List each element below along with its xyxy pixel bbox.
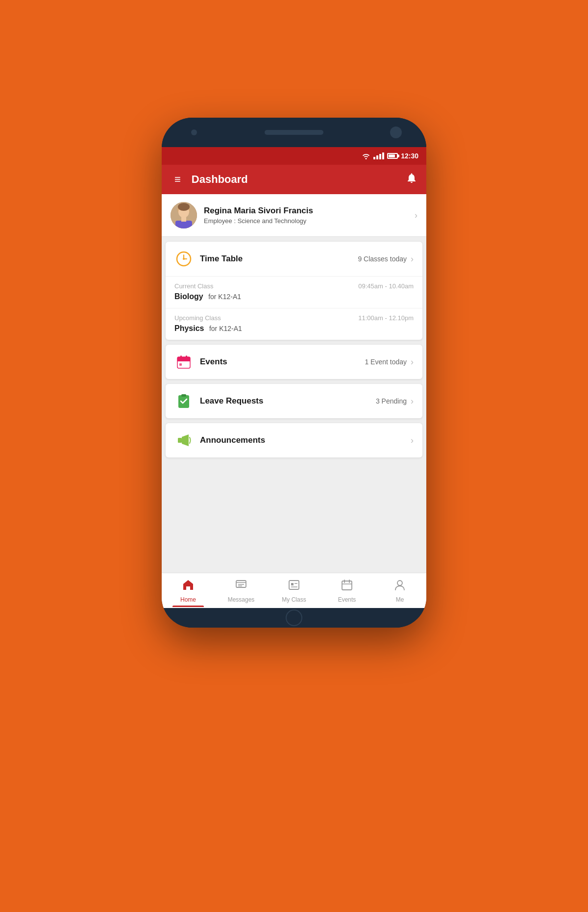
svg-rect-14: [186, 355, 187, 359]
svg-rect-5: [181, 217, 186, 222]
profile-chevron-icon: ›: [415, 210, 417, 221]
announcements-card-header[interactable]: Announcements ›: [166, 423, 422, 457]
me-icon: [393, 579, 406, 594]
upcoming-class-group: for K12-A1: [209, 325, 242, 332]
current-class-group: for K12-A1: [208, 293, 241, 301]
svg-rect-20: [236, 581, 246, 587]
current-class-header: Current Class 09:45am - 10.40am: [174, 282, 414, 290]
svg-rect-24: [289, 581, 299, 589]
status-icons: 12:30: [362, 152, 418, 160]
announcements-card[interactable]: Announcements ›: [166, 423, 422, 457]
nav-item-messages[interactable]: Messages: [215, 575, 268, 607]
announcements-chevron-icon: ›: [411, 435, 414, 446]
status-bar: 12:30: [162, 147, 426, 165]
events-card-header[interactable]: Events 1 Event today ›: [166, 345, 422, 379]
clock-icon: [174, 250, 193, 268]
avatar-image: [171, 202, 197, 228]
svg-marker-19: [182, 434, 189, 446]
phone-screen: 12:30 ≡ Dashboard: [162, 147, 426, 608]
svg-rect-18: [178, 438, 182, 443]
upcoming-class-subject: Physics: [174, 324, 204, 332]
nav-label-events: Events: [338, 596, 356, 603]
events-chevron-icon: ›: [411, 357, 414, 367]
announcements-title: Announcements: [200, 435, 407, 445]
phone-camera-left: [191, 129, 197, 135]
timetable-card-header[interactable]: Time Table 9 Classes today ›: [166, 242, 422, 276]
megaphone-icon: [174, 431, 193, 450]
myclass-icon: [288, 579, 300, 594]
nav-label-myclass: My Class: [282, 596, 306, 603]
nav-label-home: Home: [180, 596, 196, 603]
messages-icon: [235, 579, 247, 594]
app-bar-title: Dashboard: [192, 173, 406, 186]
phone-camera-right: [390, 127, 402, 138]
timetable-chevron-icon: ›: [411, 254, 414, 264]
calendar-icon: [174, 353, 193, 371]
nav-item-myclass[interactable]: My Class: [268, 575, 320, 607]
svg-rect-15: [179, 363, 182, 366]
upcoming-class-header: Upcoming Class 11:00am - 12.10pm: [174, 314, 414, 322]
app-bar: ≡ Dashboard: [162, 165, 426, 194]
upcoming-class-time: 11:00am - 12.10pm: [358, 314, 414, 322]
clipboard-check-icon: [174, 392, 193, 410]
svg-rect-17: [181, 394, 186, 397]
home-button: [286, 609, 302, 626]
current-class-label: Current Class: [174, 282, 213, 290]
menu-icon[interactable]: ≡: [171, 169, 185, 190]
upcoming-class-label: Upcoming Class: [174, 314, 221, 322]
profile-role: Employee : Science and Technology: [204, 217, 415, 225]
wifi-icon: [362, 152, 370, 159]
battery-icon: [387, 153, 398, 159]
phone-speaker: [265, 130, 323, 135]
profile-info: Regina Maria Sivori Francis Employee : S…: [204, 206, 415, 225]
svg-rect-12: [177, 359, 190, 361]
current-class-item: Current Class 09:45am - 10.40am Biology …: [166, 276, 422, 308]
svg-rect-13: [180, 355, 182, 359]
events-nav-icon: [341, 579, 353, 594]
events-card[interactable]: Events 1 Event today ›: [166, 345, 422, 379]
timetable-title: Time Table: [200, 254, 358, 264]
upcoming-class-item: Upcoming Class 11:00am - 12.10pm Physics…: [166, 308, 422, 340]
nav-item-home[interactable]: Home: [162, 575, 215, 607]
current-class-subject-row: Biology for K12-A1: [174, 292, 414, 301]
current-class-time: 09:45am - 10.40am: [358, 282, 414, 290]
leave-requests-card-header[interactable]: Leave Requests 3 Pending ›: [166, 384, 422, 418]
phone-chin: [162, 608, 426, 628]
profile-name: Regina Maria Sivori Francis: [204, 206, 415, 216]
nav-label-me: Me: [396, 596, 404, 603]
profile-avatar: [171, 202, 197, 228]
leave-requests-badge: 3 Pending: [376, 397, 407, 405]
leave-requests-card[interactable]: Leave Requests 3 Pending ›: [166, 384, 422, 418]
svg-point-3: [178, 203, 190, 211]
bottom-nav: Home Messages: [162, 573, 426, 608]
svg-rect-4: [175, 221, 192, 228]
phone-top-bar: [162, 118, 426, 147]
events-title: Events: [200, 357, 365, 367]
home-icon: [182, 579, 195, 594]
screen-content[interactable]: Regina Maria Sivori Francis Employee : S…: [162, 194, 426, 573]
leave-requests-chevron-icon: ›: [411, 396, 414, 406]
nav-item-events[interactable]: Events: [320, 575, 373, 607]
phone-frame: 12:30 ≡ Dashboard: [162, 118, 426, 628]
status-time: 12:30: [401, 152, 418, 160]
events-badge: 1 Event today: [365, 358, 407, 366]
signal-icon: [373, 152, 384, 159]
svg-rect-27: [342, 581, 352, 590]
upcoming-class-subject-row: Physics for K12-A1: [174, 324, 414, 333]
current-class-subject: Biology: [174, 292, 203, 301]
leave-requests-title: Leave Requests: [200, 396, 376, 406]
profile-card[interactable]: Regina Maria Sivori Francis Employee : S…: [162, 194, 426, 237]
svg-point-31: [397, 581, 402, 585]
notification-bell-icon[interactable]: [406, 172, 417, 187]
nav-label-messages: Messages: [228, 596, 255, 603]
timetable-card[interactable]: Time Table 9 Classes today › Current Cla…: [166, 242, 422, 340]
timetable-badge: 9 Classes today: [358, 255, 407, 263]
nav-item-me[interactable]: Me: [373, 575, 426, 607]
